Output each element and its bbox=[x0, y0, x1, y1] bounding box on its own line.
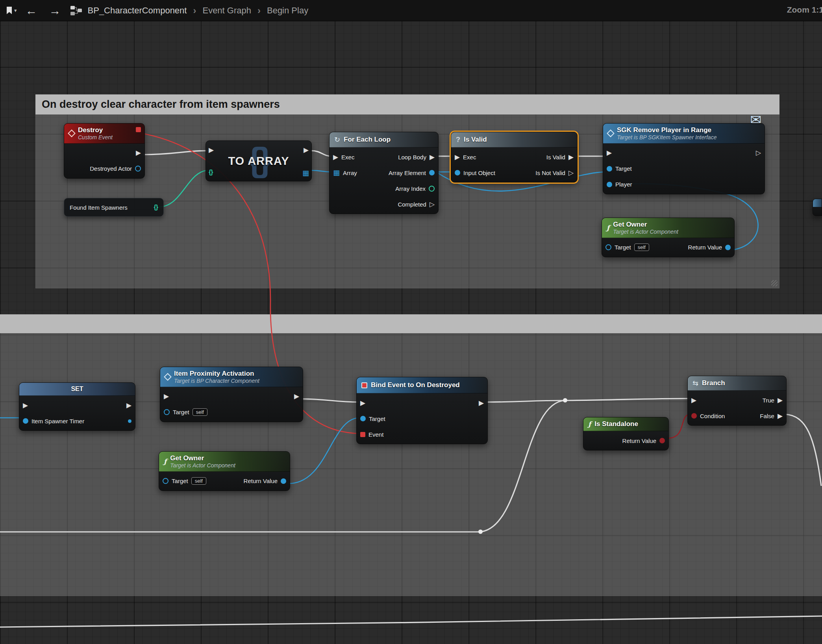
node-header[interactable]: SGK Remove Player in Range Target is BP … bbox=[603, 124, 765, 144]
node-get-owner-top[interactable]: ƒ Get Owner Target is Actor Component Ta… bbox=[602, 218, 735, 257]
partial-node-edge[interactable] bbox=[813, 199, 822, 216]
node-header[interactable]: ƒ Get Owner Target is Actor Component bbox=[159, 452, 290, 472]
node-header[interactable]: SET bbox=[19, 383, 135, 396]
self-value-box[interactable]: self bbox=[191, 477, 206, 485]
comment-resize-handle[interactable] bbox=[771, 280, 778, 286]
node-is-standalone[interactable]: ƒ Is Standalone Return Value bbox=[583, 417, 669, 450]
self-value-box[interactable]: self bbox=[634, 244, 649, 251]
node-header[interactable]: Bind Event to On Destroyed bbox=[357, 377, 487, 393]
pin-label: Target bbox=[369, 415, 385, 422]
reroute-dot[interactable] bbox=[478, 530, 483, 534]
exec-in-pin[interactable]: ▶ bbox=[691, 397, 696, 404]
exec-out-pin[interactable]: ▶ bbox=[294, 393, 299, 400]
reroute-dot[interactable] bbox=[563, 398, 567, 402]
false-out-pin[interactable]: ▶ bbox=[778, 413, 783, 419]
comment-header[interactable] bbox=[0, 314, 822, 333]
node-header[interactable]: ? Is Valid bbox=[451, 132, 577, 148]
loop-body-pin[interactable]: ▶ bbox=[430, 154, 435, 161]
node-header[interactable]: ↻ For Each Loop bbox=[330, 132, 438, 148]
forward-button[interactable]: → bbox=[46, 5, 64, 17]
completed-pin[interactable]: ▷ bbox=[430, 201, 435, 208]
set-in-pin[interactable]: {} bbox=[209, 169, 213, 176]
node-set-item-spawner-timer[interactable]: SET ▶ ▶ Item Spawner Timer bbox=[19, 382, 135, 431]
node-sgk-remove-player[interactable]: SGK Remove Player in Range Target is BP … bbox=[603, 123, 765, 194]
node-header[interactable]: Destroy Custom Event bbox=[64, 124, 144, 144]
pin-label: Array bbox=[343, 170, 357, 176]
condition-pin[interactable] bbox=[691, 413, 697, 419]
target-pin[interactable] bbox=[605, 244, 611, 250]
node-get-owner-lower[interactable]: ƒ Get Owner Target is Actor Component Ta… bbox=[159, 451, 290, 491]
array-in-pin[interactable]: ▦ bbox=[333, 169, 340, 176]
node-header[interactable]: ƒ Is Standalone bbox=[583, 417, 668, 431]
pin-label: Target bbox=[173, 409, 189, 415]
message-envelope-icon: ✉ bbox=[750, 112, 762, 127]
exec-out-pin[interactable]: ▶ bbox=[304, 147, 309, 153]
target-pin[interactable] bbox=[360, 416, 366, 421]
node-destroy-event[interactable]: Destroy Custom Event ▶ Destroyed Actor bbox=[64, 123, 145, 179]
node-title: For Each Loop bbox=[344, 136, 391, 144]
pin-label: Return Value bbox=[244, 478, 278, 484]
item-spawner-timer-pin[interactable] bbox=[23, 418, 28, 424]
exec-out-pin[interactable]: ▶ bbox=[136, 149, 141, 156]
comment-lower[interactable] bbox=[0, 314, 822, 596]
is-valid-out-pin[interactable]: ▶ bbox=[568, 154, 574, 161]
bookmark-button[interactable]: ▾ bbox=[6, 6, 17, 15]
wire-exec-bottom-crossing[interactable] bbox=[0, 616, 822, 627]
pin-label: Item Spawner Timer bbox=[31, 418, 84, 424]
exec-in-pin[interactable]: ▶ bbox=[23, 402, 28, 409]
self-value-box[interactable]: self bbox=[193, 408, 207, 416]
pin-label: Destroyed Actor bbox=[90, 165, 132, 172]
array-index-pin[interactable] bbox=[429, 186, 435, 192]
target-pin[interactable] bbox=[607, 166, 612, 172]
back-button[interactable]: ← bbox=[22, 5, 41, 17]
target-pin[interactable] bbox=[163, 478, 168, 484]
node-header[interactable]: Item Proximity Activation Target is BP C… bbox=[160, 367, 303, 387]
is-not-valid-out-pin[interactable]: ▷ bbox=[568, 170, 574, 176]
node-bind-event-on-destroyed[interactable]: Bind Event to On Destroyed ▶ ▶ Target Ev… bbox=[356, 377, 488, 444]
node-is-valid[interactable]: ? Is Valid ▶ Exec Is Valid ▶ Input Objec… bbox=[451, 132, 578, 183]
destroyed-actor-pin[interactable] bbox=[135, 166, 141, 172]
node-title: Is Standalone bbox=[594, 420, 638, 428]
exec-in-pin[interactable]: ▶ bbox=[360, 400, 365, 406]
node-for-each-loop[interactable]: ↻ For Each Loop ▶ Exec Loop Body ▶ ▦ Arr… bbox=[329, 132, 439, 214]
comment-header[interactable]: On destroy clear character from item spa… bbox=[35, 94, 779, 114]
breadcrumb-item-event-graph[interactable]: Event Graph bbox=[202, 6, 251, 16]
node-header[interactable]: ƒ Get Owner Target is Actor Component bbox=[602, 218, 734, 238]
comment-body bbox=[0, 333, 822, 596]
exec-out-pin[interactable]: ▶ bbox=[126, 402, 131, 409]
exec-in-pin[interactable]: ▶ bbox=[607, 149, 612, 156]
pin-label: Target bbox=[615, 244, 631, 251]
set-out-pin[interactable]: {} bbox=[154, 204, 158, 211]
pin-label: Target bbox=[172, 478, 188, 484]
node-to-array[interactable]: {} TO ARRAY ▶ {} ▶ ▦ bbox=[206, 140, 312, 181]
input-object-pin[interactable] bbox=[455, 170, 460, 175]
delegate-pin[interactable] bbox=[136, 127, 141, 132]
node-branch[interactable]: ⇆ Branch ▶ True ▶ Condition False ▶ bbox=[687, 376, 787, 426]
breadcrumb-item-begin-play[interactable]: Begin Play bbox=[267, 6, 308, 16]
player-pin[interactable] bbox=[607, 182, 612, 187]
node-title: TO ARRAY bbox=[228, 155, 289, 168]
target-pin[interactable] bbox=[164, 409, 170, 415]
exec-out-pin[interactable]: ▶ bbox=[479, 400, 484, 406]
node-found-item-spawners[interactable]: Found Item Spawners {} bbox=[64, 198, 164, 217]
node-item-proximity-activation[interactable]: Item Proximity Activation Target is BP C… bbox=[160, 367, 303, 422]
exec-in-pin[interactable]: ▶ bbox=[333, 154, 338, 161]
return-value-pin[interactable] bbox=[281, 478, 286, 484]
node-header[interactable]: ⇆ Branch bbox=[688, 376, 786, 391]
true-out-pin[interactable]: ▶ bbox=[778, 397, 783, 404]
node-title: SET bbox=[71, 386, 83, 393]
value-out-pin[interactable] bbox=[128, 419, 131, 423]
graph-canvas[interactable]: On destroy clear character from item spa… bbox=[0, 0, 822, 644]
event-delegate-pin[interactable] bbox=[360, 432, 365, 437]
return-value-pin[interactable] bbox=[725, 245, 731, 250]
exec-out-pin[interactable]: ▷ bbox=[756, 149, 761, 156]
node-title: Branch bbox=[702, 379, 725, 387]
exec-in-pin[interactable]: ▶ bbox=[455, 154, 460, 161]
exec-in-pin[interactable]: ▶ bbox=[209, 147, 214, 153]
exec-in-pin[interactable]: ▶ bbox=[164, 393, 169, 400]
array-out-pin[interactable]: ▦ bbox=[302, 170, 309, 177]
breadcrumb-separator: › bbox=[257, 5, 261, 16]
breadcrumb-item-blueprint[interactable]: BP_CharacterComponent bbox=[88, 6, 187, 16]
return-value-pin[interactable] bbox=[659, 438, 665, 443]
array-element-pin[interactable] bbox=[429, 170, 435, 175]
